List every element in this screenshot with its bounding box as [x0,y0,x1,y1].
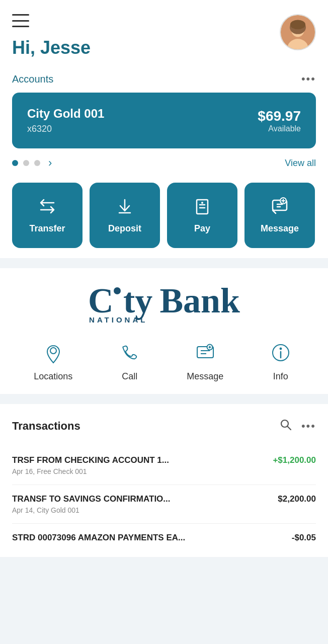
avatar[interactable] [280,14,316,50]
pay-label: Pay [194,223,210,234]
tx-meta-1: Apr 16, Free Check 001 [12,467,316,475]
info-label: Info [273,371,288,382]
message-icon [270,197,289,218]
pagination-row: › View all [12,148,316,174]
info-icon [267,339,294,366]
balance-amount: $69.97 [258,108,301,124]
tx-row-1: TRSF FROM CHECKING ACCOUNT 1... +$1,200.… [12,455,316,465]
dot-2[interactable] [23,160,29,166]
accounts-more-button[interactable]: ••• [301,72,316,86]
transfer-button[interactable]: Transfer [12,183,83,248]
bank-city-text: C [88,283,114,318]
transactions-title: Transactions [12,420,80,433]
bank-quick-actions: Locations Call Me [12,339,316,382]
tx-meta-2: Apr 14, City Gold 001 [12,506,316,514]
deposit-button[interactable]: Deposit [90,183,160,248]
header: Hi, Jesse [0,0,328,68]
pay-button[interactable]: Pay [167,183,237,248]
actions-row: Transfer Deposit [12,174,316,248]
bank-section: C i ty Bank NATIONAL Locations [0,268,328,394]
tx-date-1: Apr 16 [12,467,33,475]
tx-amount-3: -$0.05 [292,533,316,543]
transaction-item-3[interactable]: STRD 00073096 AMAZON PAYMENTS EA... -$0.… [12,524,316,543]
balance-label: Available [258,124,301,133]
call-label: Call [122,371,137,382]
deposit-icon [115,197,134,218]
message-label: Message [261,223,299,234]
call-button[interactable]: Call [116,339,143,382]
deposit-label: Deposit [108,223,141,234]
info-button[interactable]: Info [267,339,294,382]
header-left: Hi, Jesse [12,14,91,58]
transactions-more-button[interactable]: ••• [301,420,316,433]
nav-arrow[interactable]: › [48,156,52,170]
transfer-label: Transfer [29,223,65,234]
svg-point-4 [290,20,305,29]
search-button[interactable] [279,418,292,434]
transactions-section: Transactions ••• TRSF FROM CHECKING ACCO… [0,404,328,557]
greeting-text: Hi, Jesse [12,37,91,58]
bank-message-label: Message [187,371,223,382]
accounts-section: Accounts ••• City Gold 001 x6320 $69.97 … [0,68,328,258]
tx-row-3: STRD 00073096 AMAZON PAYMENTS EA... -$0.… [12,533,316,543]
tx-account-1: Free Check 001 [37,467,87,475]
bank-message-button[interactable]: Message [187,339,223,382]
svg-line-29 [287,426,291,430]
avatar-svg [281,14,315,50]
account-name: City Gold 001 [27,107,104,121]
dot-1[interactable] [12,160,18,166]
svg-point-27 [280,348,281,350]
transfer-icon [38,197,57,218]
svg-point-9 [201,202,203,204]
tx-amount-1: +$1,200.00 [273,455,316,465]
svg-point-18 [50,348,56,354]
locations-button[interactable]: Locations [34,339,72,382]
bank-message-icon [192,339,219,366]
bank-city-i: i [114,283,123,318]
dot-3[interactable] [34,160,40,166]
account-card[interactable]: City Gold 001 x6320 $69.97 Available [12,93,316,148]
bank-bank-text: Bank [159,283,240,318]
locations-label: Locations [34,371,72,382]
account-balance: $69.97 Available [258,108,301,133]
bank-city-rest: ty [123,283,152,318]
accounts-title: Accounts [12,73,53,85]
bank-logo: C i ty Bank NATIONAL [12,283,316,324]
tx-desc-2: TRANSF TO SAVINGS CONFIRMATIO... [12,494,171,504]
call-icon [116,339,143,366]
bank-logo-container: C i ty Bank NATIONAL [88,283,240,324]
tx-amount-2: $2,200.00 [278,494,316,504]
view-all-link[interactable]: View all [285,158,316,169]
transaction-item-1[interactable]: TRSF FROM CHECKING ACCOUNT 1... +$1,200.… [12,446,316,485]
tx-desc-1: TRSF FROM CHECKING ACCOUNT 1... [12,455,169,465]
tx-date-2: Apr 14 [12,506,33,514]
hamburger-menu[interactable] [12,14,29,27]
transactions-header: Transactions ••• [12,418,316,434]
tx-row-2: TRANSF TO SAVINGS CONFIRMATIO... $2,200.… [12,494,316,504]
pay-icon [193,197,212,218]
dots-nav: › [12,156,52,170]
locations-icon [40,339,67,366]
accounts-header: Accounts ••• [12,68,316,93]
tx-account-2: City Gold 001 [37,506,79,514]
account-info: City Gold 001 x6320 [27,107,104,134]
message-button[interactable]: Message [244,183,315,248]
avatar-image [281,15,315,49]
tx-desc-3: STRD 00073096 AMAZON PAYMENTS EA... [12,533,185,543]
account-number: x6320 [27,124,104,134]
bank-name-row: C i ty Bank [88,283,240,318]
transactions-tools: ••• [279,418,316,434]
transaction-item-2[interactable]: TRANSF TO SAVINGS CONFIRMATIO... $2,200.… [12,485,316,524]
